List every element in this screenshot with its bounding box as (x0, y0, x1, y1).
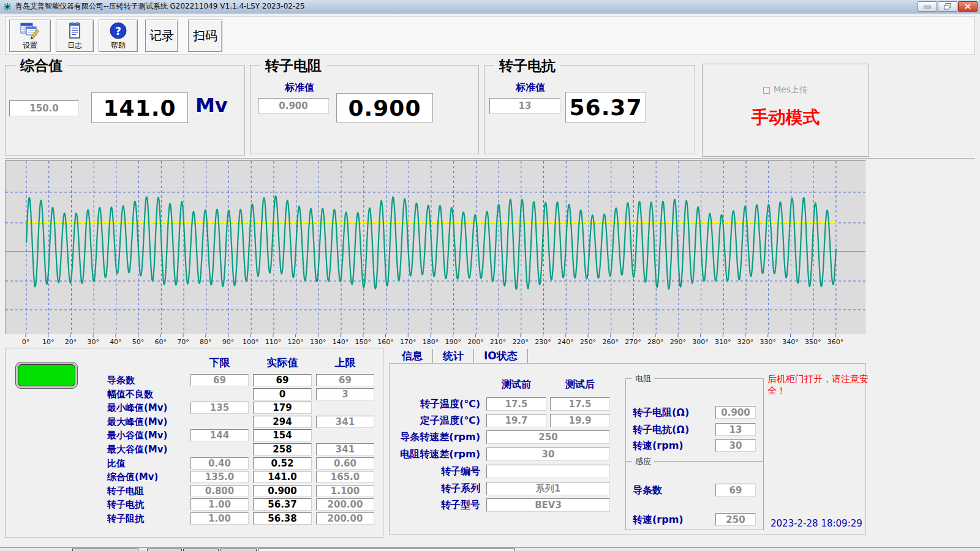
rotor-model-field[interactable]: BEV3 (486, 498, 610, 512)
minimize-button[interactable] (918, 1, 937, 12)
resistance-group-title: 电阻 (632, 373, 654, 384)
rg-rotor-resistance-field: 0.900 (715, 406, 756, 419)
actual-value-field: 56.37 (253, 498, 312, 511)
resistance-standard-label: 标准值 (263, 81, 336, 94)
rotor-no-row: 转子编号 (390, 465, 647, 478)
x-tick-label: 0° (22, 338, 30, 346)
rotor-temp-post-field: 17.5 (550, 397, 610, 411)
low-value-field: 0.800 (190, 485, 249, 497)
x-tick-label: 70° (177, 338, 189, 346)
settings-button[interactable]: 设置 (9, 20, 51, 52)
x-tick-label: 170° (400, 338, 417, 346)
record-button-label: 记录 (149, 28, 174, 44)
x-tick-label: 130° (310, 338, 326, 346)
row-label: 转子电阻 (107, 485, 144, 497)
row-label: 导条数 (107, 375, 135, 386)
rotor-model-row: 转子型号 BEV3 (390, 498, 647, 512)
title-bar: 青岛艾普智能仪器有限公司--压铸转子测试系统 G202211049 V1.1.4… (0, 0, 980, 13)
tab-info[interactable]: 信息 (392, 349, 433, 363)
close-button[interactable] (958, 1, 978, 12)
x-tick-label: 190° (445, 338, 461, 346)
tab-statistics[interactable]: 统计 (433, 349, 474, 363)
rg-rotor-resistance-label: 转子电阻(Ω) (633, 407, 689, 419)
res-speed-diff-field: 30 (486, 448, 610, 461)
low-value-field: 1.00 (190, 498, 249, 511)
restore-button[interactable] (938, 1, 957, 12)
taskbar-button[interactable] (183, 549, 219, 551)
table-row: 最大谷值(Mv)258341 (6, 443, 384, 457)
x-tick-label: 340° (782, 338, 799, 346)
x-tick-label: 80° (200, 338, 212, 346)
scan-button[interactable]: 扫码 (188, 20, 222, 52)
taskbar-button[interactable] (147, 549, 182, 551)
taskbar-button[interactable] (72, 549, 138, 551)
stator-temp-label: 定子温度(℃) (390, 414, 480, 427)
x-tick-label: 220° (513, 338, 529, 346)
help-question-icon: ? (109, 21, 127, 40)
app-window: { "window": { "title": "青岛艾普智能仪器有限公司--压铸… (0, 0, 980, 551)
ig-bar-count-field: 69 (715, 484, 756, 497)
row-label: 最大谷值(Mv) (107, 444, 167, 455)
composite-group-title: 综合值 (15, 56, 67, 75)
results-panel: 下限 实际值 上限 导条数696969幅值不良数03最小峰值(Mv)135179… (5, 348, 383, 538)
low-value-field: 0.40 (190, 457, 249, 470)
x-tick-label: 50° (132, 338, 145, 346)
actual-value-field: 0.52 (253, 457, 312, 470)
x-tick-label: 350° (805, 338, 821, 346)
record-button[interactable]: 记录 (145, 20, 178, 52)
x-tick-label: 210° (490, 338, 507, 346)
rotor-series-label: 转子系列 (390, 482, 480, 495)
info-tabs: 信息 统计 IO状态 (392, 349, 528, 363)
x-tick-label: 250° (580, 338, 597, 346)
x-tick-label: 160° (377, 338, 394, 346)
low-value-field: 1.00 (190, 512, 249, 525)
table-row: 导条数696969 (6, 374, 384, 388)
rotor-temp-pre-field: 17.5 (486, 397, 546, 411)
composite-limit-field: 150.0 (9, 100, 79, 116)
reactance-standard-label: 标准值 (494, 81, 567, 94)
x-tick-label: 230° (535, 338, 551, 346)
x-tick-label: 40° (110, 338, 122, 346)
x-tick-label: 360° (827, 338, 844, 346)
table-row: 综合值(Mv)135.0141.0165.0 (6, 471, 384, 484)
mes-upload-checkbox[interactable]: Mes上传 (703, 84, 869, 96)
row-label: 最小谷值(Mv) (107, 430, 167, 441)
row-label: 最小峰值(Mv) (107, 402, 167, 414)
rotor-series-row: 转子系列 系列1 (390, 482, 647, 495)
window-title: 青岛艾普智能仪器有限公司--压铸转子测试系统 G202211049 V1.1.4… (15, 1, 305, 12)
rg-speed-row: 转速(rpm) 30 (626, 439, 764, 452)
x-tick-label: 120° (287, 338, 304, 346)
x-tick-label: 260° (602, 338, 619, 346)
x-tick-label: 140° (333, 338, 349, 346)
table-row: 转子电阻0.8000.9001.100 (6, 485, 384, 498)
bar-speed-diff-label: 导条转速差(rpm) (390, 431, 480, 444)
column-header-high: 上限 (316, 356, 374, 370)
scan-button-label: 扫码 (193, 28, 217, 44)
x-tick-label: 300° (692, 338, 709, 346)
help-button[interactable]: ? 帮助 (99, 20, 138, 52)
rotor-series-field[interactable]: 系列1 (486, 482, 610, 495)
log-button-label: 日志 (67, 40, 82, 51)
high-value-field: 200.00 (316, 498, 374, 511)
toolbar: 设置 日志 ? 帮助 记录 扫码 (5, 16, 975, 55)
reactance-value-field: 56.37 (565, 92, 646, 122)
table-row: 最小谷值(Mv)144154 (6, 429, 384, 443)
log-button[interactable]: 日志 (56, 20, 94, 52)
minimize-icon (924, 5, 931, 9)
x-tick-label: 200° (467, 338, 484, 346)
x-tick-label: 290° (670, 338, 687, 346)
taskbar-button[interactable] (220, 549, 257, 551)
stator-temp-pre-field: 19.7 (486, 414, 546, 427)
ig-speed-field: 250 (715, 513, 756, 526)
rotor-no-input[interactable] (486, 465, 610, 478)
x-tick-label: 110° (265, 338, 282, 346)
rg-speed-label: 转速(rpm) (633, 440, 684, 452)
chart-separator (5, 158, 975, 159)
settings-button-label: 设置 (23, 40, 37, 51)
table-row: 比值0.400.520.60 (6, 457, 384, 471)
tab-io-status[interactable]: IO状态 (474, 349, 528, 363)
taskbar-button[interactable] (258, 549, 515, 551)
taskbar-peek (0, 547, 980, 551)
x-tick-label: 20° (65, 338, 77, 346)
pre-test-header: 测试前 (486, 378, 546, 391)
